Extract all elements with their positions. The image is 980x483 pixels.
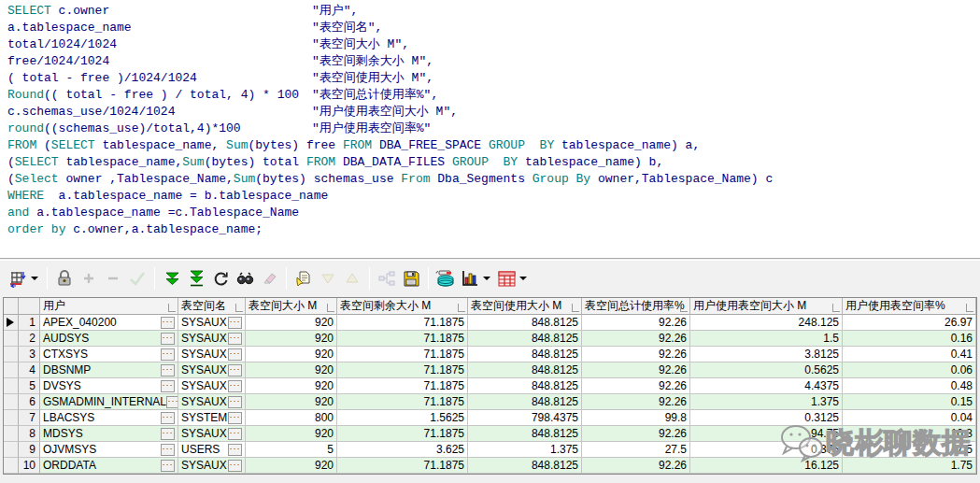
grid-cell[interactable]: 848.8125 (468, 315, 582, 331)
grid-cell[interactable]: 71.1875 (337, 347, 468, 362)
row-selector-cell[interactable] (4, 426, 19, 442)
chart-dropdown-caret-icon[interactable] (483, 277, 490, 280)
grid-cell[interactable]: SYSAUX··· (178, 458, 246, 474)
grid-cell[interactable]: 94.75 (690, 426, 843, 442)
grid-cell[interactable]: 800 (246, 410, 337, 426)
grid-cell[interactable]: 92.26 (582, 394, 690, 410)
grid-cell[interactable]: 71.1875 (337, 331, 468, 347)
row-selector-cell[interactable] (4, 362, 19, 378)
grid-cell[interactable]: 848.8125 (468, 331, 582, 347)
grid-cell[interactable]: 10.3 (843, 426, 976, 442)
grid-cell[interactable]: 0.16 (843, 331, 976, 347)
grid-cell[interactable]: OJVMSYS··· (40, 442, 178, 458)
table-row[interactable]: 9OJVMSYS···USERS···53.6251.37527.50.3757… (4, 442, 976, 458)
row-selector-cell[interactable] (4, 378, 19, 394)
grid-cell[interactable]: 3.625 (337, 442, 468, 458)
sort-asc-button[interactable] (341, 267, 363, 290)
grid-cell[interactable]: 920 (246, 458, 337, 474)
grid-cell[interactable]: 92.26 (582, 315, 690, 331)
column-resize-grip[interactable] (680, 304, 688, 312)
grid-cell[interactable]: 71.1875 (337, 362, 468, 378)
column-resize-grip[interactable] (168, 304, 176, 312)
grid-cell[interactable]: DVSYS··· (40, 378, 178, 394)
column-header[interactable]: 用户使用表空间大小 M (690, 298, 843, 315)
table-row[interactable]: 8MDSYS···SYSAUX···92071.1875848.812592.2… (4, 426, 976, 442)
grid-cell[interactable]: 99.8 (582, 410, 690, 426)
grid-cell[interactable]: 920 (246, 426, 337, 442)
grid-cell[interactable]: 26.97 (843, 315, 976, 331)
column-header[interactable]: 用户使用表空间率% (843, 298, 976, 315)
refresh-button[interactable] (209, 267, 232, 290)
cell-ellipsis-button[interactable]: ··· (161, 317, 175, 329)
grid-cell[interactable]: 92.26 (582, 347, 690, 362)
grid-cell[interactable]: 848.8125 (468, 458, 582, 474)
grid-cell[interactable]: 920 (246, 394, 337, 410)
column-resize-grip[interactable] (832, 304, 840, 312)
column-resize-grip[interactable] (572, 304, 579, 312)
table-row[interactable]: 1APEX_040200···SYSAUX···92071.1875848.81… (4, 315, 976, 331)
column-resize-grip[interactable] (458, 304, 465, 312)
grid-cell[interactable]: 920 (246, 362, 337, 378)
column-header[interactable]: 表空间使用大小 M (468, 298, 582, 315)
cell-ellipsis-button[interactable]: ··· (161, 364, 175, 376)
grid-cell[interactable]: 92.26 (582, 378, 690, 394)
sql-editor[interactable]: SELECT c.owner"用户",a.tablespace_name"表空间… (0, 0, 980, 259)
table-row[interactable]: 6GSMADMIN_INTERNAL···SYSAUX···92071.1875… (4, 394, 976, 410)
cell-ellipsis-button[interactable]: ··· (228, 348, 242, 361)
grid-cell[interactable]: 848.8125 (468, 394, 582, 410)
column-header[interactable]: 表空间大小 M (246, 298, 337, 315)
grid-cell[interactable]: APEX_040200··· (40, 315, 178, 331)
grid-cell[interactable]: 920 (246, 331, 337, 347)
column-resize-grip[interactable] (966, 304, 973, 312)
column-header[interactable]: 表空间剩余大小 M (337, 298, 468, 315)
grid-cell[interactable]: 848.8125 (468, 362, 582, 378)
column-resize-grip[interactable] (235, 304, 243, 312)
grid-cell[interactable]: 798.4375 (468, 410, 582, 426)
grid-cell[interactable]: 1.5625 (337, 410, 468, 426)
cell-ellipsis-button[interactable]: ··· (161, 444, 175, 456)
find-button[interactable] (234, 267, 256, 290)
add-record-button[interactable] (78, 267, 100, 290)
grid-cell[interactable]: 0.15 (843, 394, 976, 410)
export-dataset-button[interactable] (434, 267, 457, 290)
grid-cell[interactable]: 0.375 (690, 442, 843, 458)
grid-cell[interactable]: 92.26 (582, 331, 690, 347)
eraser-button[interactable] (258, 267, 280, 290)
column-resize-grip[interactable] (327, 304, 334, 312)
grid-cell[interactable]: USERS··· (178, 442, 246, 458)
grid-cell[interactable]: 248.125 (690, 315, 843, 331)
cell-ellipsis-button[interactable]: ··· (161, 333, 175, 345)
grid-cell[interactable]: 71.1875 (337, 394, 468, 410)
grid-cell[interactable]: 4.4375 (690, 378, 843, 394)
cell-ellipsis-button[interactable]: ··· (228, 444, 242, 456)
cell-ellipsis-button[interactable]: ··· (228, 412, 242, 424)
row-selector-cell[interactable] (4, 458, 19, 474)
grid-cell[interactable]: 0.3125 (690, 410, 843, 426)
grid-cell[interactable]: 848.8125 (468, 347, 582, 362)
chart-button[interactable] (459, 267, 481, 290)
grid-cell[interactable]: 92.26 (582, 426, 690, 442)
grid-cell[interactable]: 3.8125 (690, 347, 843, 362)
cell-ellipsis-button[interactable]: ··· (166, 396, 178, 408)
red-grid-button[interactable] (495, 267, 518, 290)
cell-ellipsis-button[interactable]: ··· (161, 348, 175, 361)
grid-cell[interactable]: SYSAUX··· (178, 347, 246, 362)
grid-cell[interactable]: SYSAUX··· (178, 331, 246, 347)
table-row[interactable]: 2AUDSYS···SYSAUX···92071.1875848.812592.… (4, 331, 976, 347)
grid-cell[interactable]: 1.75 (843, 458, 976, 474)
grid-cell[interactable]: 920 (246, 315, 337, 331)
column-header[interactable]: 表空间总计使用率% (582, 298, 690, 315)
column-header[interactable]: 用户 (40, 298, 178, 315)
table-row[interactable]: 4DBSNMP···SYSAUX···92071.1875848.812592.… (4, 362, 976, 378)
table-row[interactable]: 10ORDDATA···SYSAUX···92071.1875848.81259… (4, 458, 976, 474)
grid-cell[interactable]: LBACSYS··· (40, 410, 178, 426)
grid-cell[interactable]: 920 (246, 378, 337, 394)
grid-cell[interactable]: 71.1875 (337, 458, 468, 474)
row-selector-cell[interactable] (4, 442, 19, 458)
cell-ellipsis-button[interactable]: ··· (161, 380, 175, 392)
grid-cell[interactable]: 5 (246, 442, 337, 458)
tree-links-button[interactable] (376, 267, 398, 290)
grid-cell[interactable]: 71.1875 (337, 426, 468, 442)
grid-cell[interactable]: 27.5 (582, 442, 690, 458)
grid-cell[interactable]: GSMADMIN_INTERNAL··· (40, 394, 178, 410)
